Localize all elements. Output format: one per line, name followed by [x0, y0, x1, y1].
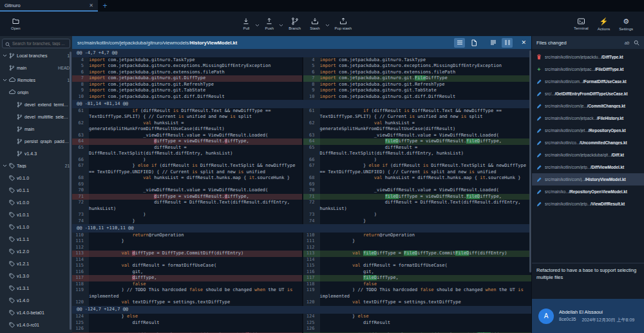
file-row[interactable]: src/main/kotlin/com/jet.../RepositoryOpe…: [532, 124, 644, 137]
settings-button[interactable]: ⚙ Settings: [614, 16, 638, 32]
file-row[interactable]: src/main/ko.../RepositoryOpenViewModel.k…: [532, 186, 644, 198]
open-button[interactable]: Open: [6, 16, 25, 32]
full-file-view-button[interactable]: [468, 38, 479, 48]
diff-old-cell: 67 } else if (diffResult is DiffResult.T…: [72, 163, 302, 175]
sidebar-item-main[interactable]: mainHEAD: [0, 62, 72, 74]
tree-item-label: main: [24, 127, 70, 131]
sidebar-item-v1-3-1[interactable]: v1.3.1: [0, 282, 72, 294]
code-line: diffResult = DiffResult.TextSplit(diffRe…: [89, 145, 302, 157]
branch-search-box[interactable]: [2, 39, 70, 48]
cloud-icon: [9, 90, 15, 95]
file-row[interactable]: src/main/kotlin/com/jetpackduba/git.../D…: [532, 149, 644, 161]
tree-item-label: v1.4.0-rc01: [17, 323, 70, 327]
tag-icon: [9, 273, 15, 279]
diff-new-cell: 124 } else: [302, 314, 532, 320]
line-number: 125: [303, 320, 320, 327]
code-line: import com.jetpackduba.gitnuro.git.Refre…: [89, 82, 302, 88]
text-search-icon[interactable]: ab: [625, 41, 629, 45]
sidebar-item-v1-2-0[interactable]: v1.2.0: [0, 245, 72, 258]
line-number: 119: [303, 287, 320, 300]
stash-dropdown-chevron[interactable]: [325, 18, 330, 30]
code-line: val textDiffType = settings.textDiffType: [89, 300, 302, 306]
code-line: _viewDiffResult.value = ViewDiffResult.L…: [89, 133, 302, 139]
pull-button[interactable]: Pull: [238, 16, 254, 32]
file-row[interactable]: src/main/kotlin/com/jetp.../DiffViewMode…: [532, 161, 644, 173]
sidebar-item-devel-extend-terminal[interactable]: devel_extend_terminal: [0, 99, 72, 111]
file-row[interactable]: src/main/kotlin/com/jetpackdu.../DiffTyp…: [532, 51, 644, 63]
sidebar-item-v0-1-0[interactable]: v0.1.0: [0, 172, 72, 184]
author-card[interactable]: A Abdellah El Alssaoui 8ce0c35 2024年12月3…: [532, 299, 644, 333]
file-path: src/main/kotlin/com/jetp.../DiffViewMode…: [545, 165, 639, 169]
sidebar-item-persist-graph-padding[interactable]: persist_graph_padding: [0, 135, 72, 147]
stash-button[interactable]: Stash: [305, 16, 324, 32]
sidebar-item-v1-1-1[interactable]: v1.1.1: [0, 233, 72, 245]
hunks-view-button[interactable]: [454, 38, 465, 48]
unified-view-button[interactable]: [488, 38, 498, 48]
push-dropdown-chevron[interactable]: [279, 18, 283, 30]
tab-close-icon[interactable]: ✕: [89, 3, 93, 8]
diff-row: 68 val hunksList = diffResult.hunks.map …: [72, 175, 531, 182]
line-number: 118: [72, 281, 89, 288]
tab-gitnuro[interactable]: Gitnuro ✕: [0, 0, 98, 12]
tag-icon: [9, 200, 15, 205]
new-tab-button[interactable]: +: [98, 0, 112, 12]
tab-title: Gitnuro: [5, 3, 86, 8]
diff-new-cell: 126: [302, 326, 532, 332]
split-view-button[interactable]: [502, 38, 513, 48]
pop-stash-button[interactable]: Pop stash: [330, 16, 357, 32]
sidebar-item-v1-2-1[interactable]: v1.2.1: [0, 258, 72, 270]
code-line: fileDiffType = viewDiffResult.fileDiffTy…: [320, 194, 532, 200]
sidebar-item-v1-0-0[interactable]: v1.0.0: [0, 196, 72, 209]
pull-dropdown-chevron[interactable]: [255, 18, 260, 30]
sidebar-section-local-branches[interactable]: Local branches1: [0, 50, 72, 62]
file-row[interactable]: src/main/kotlin/co.../UncommitedChanges.…: [532, 137, 644, 149]
push-button[interactable]: Push: [260, 16, 278, 32]
file-row[interactable]: src/.../GetDiffEntryFromDiffTypeUseCase.…: [532, 88, 644, 100]
close-diff-button[interactable]: ✕: [521, 39, 526, 46]
diff-new-cell: 62 val hunksList = generateSplitHunkFrom…: [302, 120, 532, 133]
sidebar-section-tags[interactable]: Tags21: [0, 160, 72, 172]
sidebar-item-devel-multifile-selection[interactable]: devel_multifile_selection: [0, 111, 72, 123]
modified-file-icon: [536, 79, 542, 84]
file-row[interactable]: src/main/kotlin/com/je.../CommitChanges.…: [532, 100, 644, 112]
sidebar-scrollbar[interactable]: [70, 52, 71, 330]
stash-icon: [311, 17, 319, 25]
code-line: val hunksList = diffResult.hunks.map { i…: [320, 175, 532, 182]
diff-new-cell: 71 fileDiffType = viewDiffResult.fileDif…: [302, 194, 532, 200]
sidebar-item-v1-1-0[interactable]: v1.1.0: [0, 221, 72, 233]
diff-file-path: src/main/kotlin/com/jetpackduba/gitnuro/…: [77, 40, 451, 46]
file-row[interactable]: src/main/kotlin/com/jetp.../ViewDiffResu…: [532, 198, 644, 210]
file-row[interactable]: src/main/kotlin/com/j.../HistoryViewMode…: [532, 173, 644, 186]
tree-item-badge: 21: [65, 164, 70, 168]
file-row[interactable]: src/main/kotlin/com.../FormatDiffUseCase…: [532, 75, 644, 88]
tag-icon: [9, 187, 15, 193]
hunk-header: @@ -110,11 +110,11 @@: [72, 224, 531, 233]
sidebar-item-main[interactable]: main: [0, 123, 72, 135]
search-input[interactable]: [12, 41, 67, 46]
branches-tree: Local branches1mainHEADRemotes1origindev…: [0, 50, 72, 333]
terminal-button[interactable]: Terminal: [569, 16, 593, 32]
sidebar-item-v1-3-0[interactable]: v1.3.0: [0, 270, 72, 282]
branch-button[interactable]: Branch: [284, 16, 305, 32]
diff-old-cell: 68 val hunksList = diffResult.hunks.map …: [72, 175, 302, 182]
sidebar-item-v1-0-1[interactable]: v1.0.1: [0, 209, 72, 221]
sidebar-item-v0-1-1[interactable]: v0.1.1: [0, 184, 72, 196]
sidebar-item-v1-4-0-beta01[interactable]: v1.4.0-beta01: [0, 307, 72, 319]
file-row[interactable]: +src/main/kotlin/com/jetpac.../FileDiffT…: [532, 63, 644, 75]
code-line: false: [320, 281, 532, 288]
diff-row: 66 )66 ): [72, 157, 531, 164]
sidebar-item-v1-4-3[interactable]: v1.4.3: [0, 147, 72, 160]
files-search-icon[interactable]: [634, 37, 639, 48]
modified-file-icon: [536, 104, 542, 109]
modified-file-icon: [536, 177, 542, 182]
actions-button[interactable]: ⚡ Actions: [593, 16, 615, 32]
deleted-file-icon: [536, 54, 542, 60]
file-row[interactable]: src/main/kotlin/com/jetpack.../FileHisto…: [532, 112, 644, 124]
sidebar-section-remotes[interactable]: Remotes1: [0, 74, 72, 86]
sidebar-item-v1-4-0-rc01[interactable]: v1.4.0-rc01: [0, 319, 72, 331]
tree-item-label: devel_extend_terminal: [24, 102, 70, 107]
code-line: val hunksList = generateSplitHunkFromDif…: [320, 120, 532, 133]
sidebar-item-origin[interactable]: origin: [0, 86, 72, 99]
sidebar-item-v1-4-0[interactable]: v1.4.0: [0, 294, 72, 307]
diff-scrollbar[interactable]: [529, 50, 531, 272]
